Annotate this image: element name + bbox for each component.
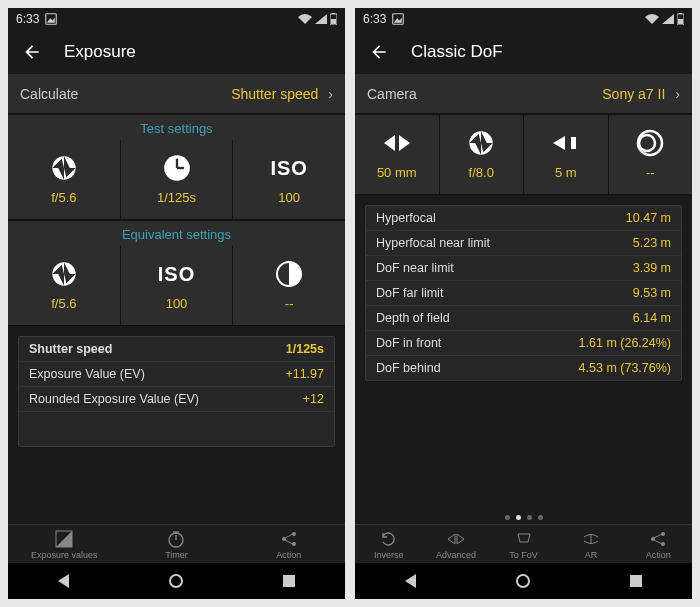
focal-length-icon	[382, 129, 412, 157]
result-value: 4.53 m (73.76%)	[579, 361, 671, 375]
calculate-value: Shutter speed	[231, 86, 318, 102]
results-card: Hyperfocal10.47 m Hyperfocal near limit5…	[365, 205, 682, 381]
result-value: 5.23 m	[633, 236, 671, 250]
result-label: DoF far limit	[376, 286, 443, 300]
dot-active	[516, 515, 521, 520]
tile-iso[interactable]: ISO 100	[233, 140, 345, 220]
chevron-right-icon: ›	[675, 86, 680, 102]
iso-icon: ISO	[270, 157, 307, 180]
bottom-tabs: Exposure values Timer Action	[8, 524, 345, 563]
phone-dof: 6:33 Classic DoF Camera Sony a7 II › 50 …	[355, 8, 692, 599]
aperture-icon	[50, 260, 78, 288]
calculate-label: Calculate	[20, 86, 78, 102]
result-label: Hyperfocal	[376, 211, 436, 225]
result-value: 3.39 m	[633, 261, 671, 275]
app-bar: Exposure	[8, 30, 345, 74]
tab-ar[interactable]: AR	[557, 530, 624, 560]
android-navbar	[8, 563, 345, 599]
tile-iso-value: 100	[278, 190, 300, 205]
nav-back-icon[interactable]	[405, 574, 416, 588]
android-navbar	[355, 563, 692, 599]
tab-action[interactable]: Action	[233, 530, 345, 560]
result-value: 1.61 m (26.24%)	[579, 336, 671, 350]
share-icon	[280, 530, 298, 548]
tile-nd[interactable]: --	[233, 246, 345, 326]
nav-home-icon[interactable]	[516, 574, 530, 588]
tab-timer[interactable]: Timer	[120, 530, 232, 560]
tab-action[interactable]: Action	[625, 530, 692, 560]
section-equiv-settings: Equivalent settings	[8, 220, 345, 246]
iso-icon: ISO	[158, 263, 195, 286]
tiles-equiv: f/5.6 ISO 100 --	[8, 246, 345, 326]
tile-aperture-value: f/8.0	[469, 165, 494, 180]
tile-nd-value: --	[285, 296, 294, 311]
phone-exposure: 6:33 Exposure Calculate Shutter speed › …	[8, 8, 345, 599]
dot	[505, 515, 510, 520]
nav-recent-icon[interactable]	[283, 575, 295, 587]
tile-distance[interactable]: 5 m	[524, 115, 609, 195]
image-icon	[392, 13, 404, 25]
tile-aperture-eq-value: f/5.6	[51, 296, 76, 311]
back-icon[interactable]	[369, 42, 389, 62]
camera-row[interactable]: Camera Sony a7 II ›	[355, 74, 692, 114]
distance-icon	[551, 129, 581, 157]
page-title: Classic DoF	[411, 42, 503, 62]
section-test-settings: Test settings	[8, 114, 345, 140]
status-bar: 6:33	[8, 8, 345, 30]
calculate-row[interactable]: Calculate Shutter speed ›	[8, 74, 345, 114]
tile-aperture[interactable]: f/5.6	[8, 140, 121, 220]
result-value: 9.53 m	[633, 286, 671, 300]
inverse-icon	[380, 530, 398, 548]
battery-icon	[677, 13, 684, 25]
tile-aperture-eq[interactable]: f/5.6	[8, 246, 121, 326]
page-indicator	[355, 511, 692, 524]
tab-inverse[interactable]: Inverse	[355, 530, 422, 560]
tab-exposure-values[interactable]: Exposure values	[8, 530, 120, 560]
dot	[527, 515, 532, 520]
results-card: Shutter speed 1/125s Exposure Value (EV)…	[18, 336, 335, 447]
result-value: 10.47 m	[626, 211, 671, 225]
share-icon	[649, 530, 667, 548]
exposure-values-icon	[55, 530, 73, 548]
timer-icon	[167, 530, 185, 548]
tile-distance-value: 5 m	[555, 165, 577, 180]
result-value: +12	[303, 392, 324, 406]
page-title: Exposure	[64, 42, 136, 62]
coc-icon	[636, 129, 664, 157]
dot	[538, 515, 543, 520]
aperture-icon	[467, 129, 495, 157]
battery-icon	[330, 13, 337, 25]
nav-home-icon[interactable]	[169, 574, 183, 588]
ar-icon	[582, 530, 600, 548]
svg-rect-15	[679, 13, 682, 14]
fov-icon	[515, 530, 533, 548]
svg-point-20	[639, 135, 655, 151]
tab-tofov[interactable]: To FoV	[490, 530, 557, 560]
nd-filter-icon	[275, 260, 303, 288]
tile-focal-value: 50 mm	[377, 165, 417, 180]
tile-aperture[interactable]: f/8.0	[440, 115, 525, 195]
tab-advanced[interactable]: Advanced	[422, 530, 489, 560]
tile-coc-value: --	[646, 165, 655, 180]
result-head-value: 1/125s	[286, 342, 324, 356]
tile-coc[interactable]: --	[609, 115, 693, 195]
app-bar: Classic DoF	[355, 30, 692, 74]
chevron-right-icon: ›	[328, 86, 333, 102]
tile-iso-eq[interactable]: ISO 100	[121, 246, 234, 326]
tile-focal[interactable]: 50 mm	[355, 115, 440, 195]
nav-recent-icon[interactable]	[630, 575, 642, 587]
back-icon[interactable]	[22, 42, 42, 62]
svg-rect-2	[332, 13, 335, 14]
wifi-icon	[645, 14, 659, 24]
aperture-icon	[50, 154, 78, 182]
tile-shutter[interactable]: 1/125s	[121, 140, 234, 220]
wifi-icon	[298, 14, 312, 24]
tile-iso-eq-value: 100	[166, 296, 188, 311]
result-value: +11.97	[285, 367, 324, 381]
result-label: DoF in front	[376, 336, 441, 350]
status-time: 6:33	[16, 12, 39, 26]
nav-back-icon[interactable]	[58, 574, 69, 588]
advanced-icon	[446, 530, 466, 548]
camera-label: Camera	[367, 86, 417, 102]
bottom-tabs: Inverse Advanced To FoV AR Action	[355, 524, 692, 563]
